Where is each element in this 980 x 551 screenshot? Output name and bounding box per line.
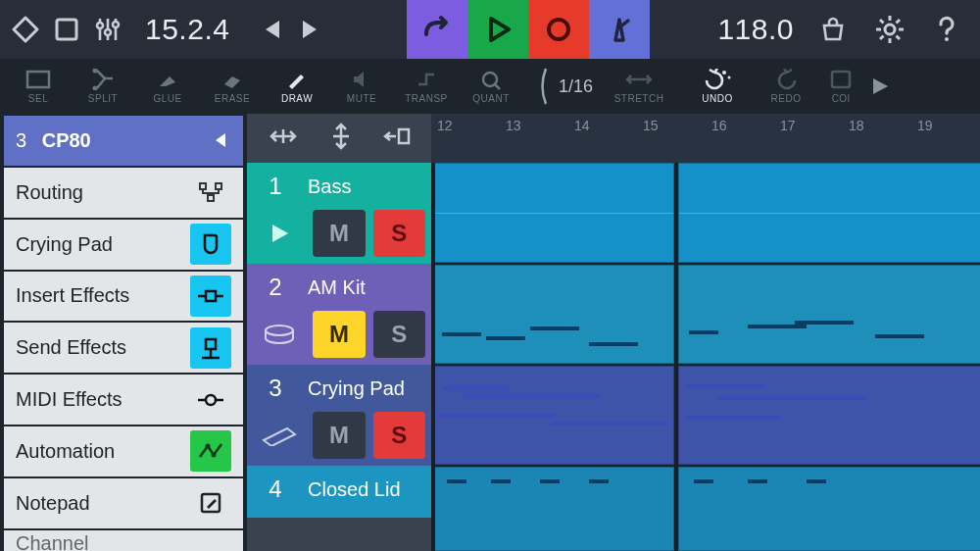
track-number: 2 xyxy=(253,266,298,309)
settings-icon[interactable] xyxy=(872,12,907,47)
locator-left[interactable] xyxy=(431,163,435,551)
midi-icon xyxy=(190,379,231,421)
midi-clip[interactable] xyxy=(678,265,980,364)
tool-mute[interactable]: MUTE xyxy=(329,59,394,114)
tool-erase[interactable]: ERASE xyxy=(200,59,265,114)
hzoom-icon[interactable] xyxy=(267,125,300,151)
tool-sel[interactable]: SEL xyxy=(6,59,71,114)
arrange-view[interactable]: 12 13 14 15 16 17 18 19 xyxy=(431,114,980,551)
svg-line-14 xyxy=(897,36,901,40)
mixer-icon[interactable] xyxy=(90,12,125,47)
solo-button[interactable]: S xyxy=(373,412,425,459)
inspector-row-sendfx[interactable]: Send Effects xyxy=(4,323,243,373)
track-number: 4 xyxy=(253,468,298,511)
svg-point-2 xyxy=(97,23,103,28)
svg-point-23 xyxy=(722,71,726,75)
inspector-header[interactable]: 3 CP80 xyxy=(4,116,243,166)
tool-glue[interactable]: GLUE xyxy=(135,59,200,114)
svg-point-6 xyxy=(113,22,119,27)
timeline-ruler[interactable]: 12 13 14 15 16 17 18 19 xyxy=(431,114,980,163)
stop-button[interactable] xyxy=(49,12,84,47)
autozoom-icon[interactable] xyxy=(382,125,412,152)
locator-right[interactable] xyxy=(674,163,678,551)
svg-line-16 xyxy=(897,20,901,24)
shop-icon[interactable] xyxy=(815,12,851,47)
midi-clip[interactable] xyxy=(678,366,980,465)
mute-button[interactable]: M xyxy=(313,210,365,257)
audio-clip[interactable] xyxy=(431,163,674,263)
midi-clip[interactable] xyxy=(431,467,674,551)
svg-line-13 xyxy=(880,20,884,24)
svg-line-22 xyxy=(494,83,500,89)
keyboard-icon[interactable] xyxy=(253,412,305,459)
solo-button[interactable]: S xyxy=(373,311,425,358)
tool-redo[interactable]: REDO xyxy=(754,59,818,114)
vzoom-icon[interactable] xyxy=(330,122,352,155)
track-name: AM Kit xyxy=(308,276,366,299)
inspector-row-routing[interactable]: Routing xyxy=(4,168,243,218)
midi-clip[interactable] xyxy=(678,467,980,551)
inspector-row-cryingpad[interactable]: Crying Pad xyxy=(4,220,243,270)
tool-transp[interactable]: TRANSP xyxy=(394,59,459,114)
track-controls: 1 Bass M S 2 AM Kit M S 3 Crying xyxy=(247,114,431,551)
tool-col[interactable]: COl xyxy=(818,59,863,114)
drum-icon[interactable] xyxy=(253,311,305,358)
tool-draw[interactable]: DRAW xyxy=(265,59,329,114)
inspector-panel: 3 CP80 Routing Crying Pad Insert Effects… xyxy=(0,114,247,551)
svg-rect-18 xyxy=(27,72,49,87)
midi-clip[interactable] xyxy=(431,265,674,364)
svg-point-39 xyxy=(212,453,217,458)
snap-value[interactable]: 1/16 xyxy=(523,59,607,114)
instrument-icon xyxy=(190,224,231,265)
tool-stretch[interactable]: STRETCH xyxy=(607,59,671,114)
help-icon[interactable] xyxy=(929,12,964,47)
play-button[interactable] xyxy=(467,0,528,59)
track-row-1[interactable]: 1 Bass M S xyxy=(247,163,431,264)
track-name: Crying Pad xyxy=(308,377,405,400)
rewind-button[interactable] xyxy=(253,12,288,47)
midi-clip[interactable] xyxy=(431,366,674,465)
svg-rect-27 xyxy=(216,183,221,189)
track-row-3[interactable]: 3 Crying Pad M S xyxy=(247,365,431,466)
play-mini-icon[interactable] xyxy=(863,59,897,114)
track-row-2[interactable]: 2 AM Kit M S xyxy=(247,264,431,365)
tool-split[interactable]: SPLIT xyxy=(71,59,135,114)
svg-point-20 xyxy=(93,86,98,91)
inspector-row-notepad[interactable]: Notepad xyxy=(4,478,243,528)
tool-quant[interactable]: QUANT xyxy=(459,59,523,114)
track-number: 1 xyxy=(253,165,298,208)
loop-button[interactable] xyxy=(407,0,467,59)
project-icon[interactable] xyxy=(8,12,43,47)
track-name: Closed Lid xyxy=(308,478,401,501)
svg-rect-0 xyxy=(57,20,76,39)
routing-icon xyxy=(190,172,231,213)
track-row-4[interactable]: 4 Closed Lid xyxy=(247,466,431,518)
solo-button[interactable]: S xyxy=(373,210,425,257)
record-button[interactable] xyxy=(528,0,589,59)
tool-undo[interactable]: UNDO xyxy=(681,59,754,114)
metronome-button[interactable] xyxy=(589,0,650,59)
svg-point-24 xyxy=(728,76,731,79)
svg-point-7 xyxy=(549,20,568,39)
svg-point-36 xyxy=(206,395,216,405)
mute-button[interactable]: M xyxy=(313,311,365,358)
collapse-icon xyxy=(210,129,231,151)
forward-button[interactable] xyxy=(294,12,329,47)
svg-rect-25 xyxy=(832,72,850,87)
song-position[interactable]: 15.2.4 xyxy=(145,13,229,46)
svg-point-17 xyxy=(945,37,949,41)
mute-button[interactable]: M xyxy=(313,412,365,459)
track-number: 3 xyxy=(253,367,298,410)
inspector-row-channel[interactable]: Channel xyxy=(4,530,243,551)
inspector-row-automation[interactable]: Automation xyxy=(4,426,243,476)
track-name: Bass xyxy=(308,175,351,198)
inspector-row-midifx[interactable]: MIDI Effects xyxy=(4,375,243,425)
audio-clip[interactable] xyxy=(678,163,980,263)
inspector-row-insertfx[interactable]: Insert Effects xyxy=(4,272,243,322)
svg-point-42 xyxy=(266,326,293,335)
insert-icon xyxy=(190,276,231,317)
track-play-icon[interactable] xyxy=(253,210,305,257)
tempo-display[interactable]: 118.0 xyxy=(717,13,794,46)
svg-rect-41 xyxy=(399,129,409,143)
automation-icon xyxy=(190,430,231,472)
